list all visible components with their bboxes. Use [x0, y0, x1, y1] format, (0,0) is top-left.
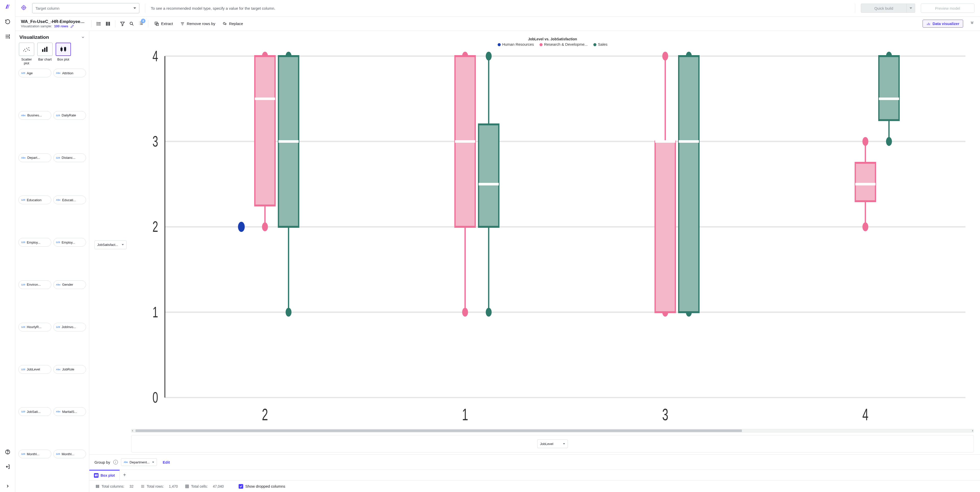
svg-text:0: 0	[153, 389, 158, 406]
svg-point-40	[24, 49, 25, 50]
column-pill[interactable]: AbcDepart...	[18, 153, 51, 162]
dataset-name: WA_Fn-UseC_-HR-Employee-Attrition...	[21, 19, 85, 24]
column-pill[interactable]: AbcMaritalS...	[53, 407, 86, 416]
svg-point-101	[486, 52, 492, 61]
svg-text:4: 4	[153, 48, 158, 64]
rows-stat-icon	[141, 484, 145, 489]
column-pill[interactable]: AbcJobRole	[53, 365, 86, 374]
columns-stat-icon	[95, 484, 100, 489]
svg-point-96	[286, 308, 291, 317]
svg-point-83	[662, 52, 668, 61]
svg-point-9	[23, 7, 24, 8]
legend-item[interactable]: Human Resources	[498, 42, 534, 46]
layers-icon[interactable]	[5, 34, 11, 39]
column-pill[interactable]: 123Environ...	[18, 280, 51, 289]
group-by-row: Group by i Abc Department... Edit	[89, 454, 980, 470]
top-bar: Target column To see a recommended model…	[15, 0, 980, 17]
column-pill[interactable]: 123JobLevel	[18, 365, 51, 374]
logo-icon[interactable]	[5, 3, 11, 10]
chart-h-scrollbar[interactable]	[131, 429, 974, 433]
legend-item[interactable]: Research & Developme...	[539, 42, 588, 46]
column-pill[interactable]: 123Employ...	[18, 238, 51, 247]
svg-text:2: 2	[153, 218, 158, 235]
svg-line-25	[132, 24, 134, 25]
svg-rect-47	[44, 48, 45, 52]
column-pill[interactable]: AbcGender	[53, 280, 86, 289]
replace-button[interactable]: Replace	[221, 21, 245, 26]
columns-list[interactable]: 123AgeAbcAttritionAbcBusines...123DailyR…	[15, 68, 89, 492]
extract-button[interactable]: Extract	[153, 21, 175, 26]
svg-rect-109	[679, 56, 699, 312]
edit-link[interactable]: Edit	[162, 460, 170, 465]
left-nav-rail	[0, 0, 15, 492]
column-pill[interactable]: 123Education	[18, 196, 51, 204]
svg-rect-118	[95, 475, 96, 476]
column-pill[interactable]: 123Employ...	[53, 238, 86, 247]
y-axis-dropzone[interactable]: JobSatisfact...	[94, 240, 127, 249]
column-pill[interactable]: 123HourlyR...	[18, 323, 51, 331]
refresh-icon[interactable]	[5, 19, 11, 24]
tab-box-plot[interactable]: Box plot	[89, 470, 120, 480]
column-pill[interactable]: 123JobInvo...	[53, 323, 86, 331]
logout-icon[interactable]	[5, 464, 11, 470]
svg-rect-22	[109, 22, 110, 25]
group-by-dropzone[interactable]: Abc Department...	[121, 458, 157, 466]
svg-point-34	[223, 22, 225, 24]
target-column-select[interactable]: Target column	[32, 3, 139, 13]
expand-rail-icon[interactable]	[5, 484, 10, 489]
chart-type-bar[interactable]: Bar chart	[37, 43, 52, 65]
box-plot-svg: 012342134	[131, 48, 974, 428]
svg-point-72	[262, 222, 268, 231]
svg-point-3	[9, 35, 10, 35]
grid-view-icon[interactable]	[105, 21, 110, 26]
collapse-panel-icon[interactable]	[81, 35, 85, 39]
column-pill[interactable]: 123Age	[18, 68, 51, 77]
column-pill[interactable]: 123JobSati...	[18, 407, 51, 416]
target-icon	[21, 5, 27, 11]
svg-text:1: 1	[462, 405, 468, 424]
chart-type-box[interactable]: Box plot	[56, 43, 71, 65]
info-icon[interactable]: i	[113, 460, 118, 465]
svg-text:3: 3	[153, 133, 158, 150]
column-pill[interactable]: 123Monthl...	[53, 450, 86, 458]
column-pill[interactable]: 123Distanc...	[53, 153, 86, 162]
quick-build-dropdown[interactable]	[907, 3, 915, 13]
column-pill[interactable]: 123DailyRate	[53, 111, 86, 120]
edit-icon[interactable]	[70, 24, 74, 28]
show-dropped-checkbox[interactable]	[239, 484, 243, 489]
svg-point-41	[25, 51, 26, 52]
legend-item[interactable]: Sales	[593, 42, 608, 46]
search-icon[interactable]	[129, 21, 134, 26]
column-pill[interactable]: AbcAttrition	[53, 68, 86, 77]
chart-type-scatter[interactable]: Scatter plot	[19, 43, 34, 65]
data-visualizer-button[interactable]: Data visualizer	[923, 20, 963, 27]
chart-canvas: JobSatisfact... JobLevel vs. JobSatisfac…	[89, 31, 980, 492]
x-axis-dropzone[interactable]: JobLevel	[537, 439, 568, 448]
expand-toolbar-icon[interactable]	[970, 21, 974, 27]
svg-rect-123	[98, 485, 99, 488]
svg-point-68	[238, 222, 245, 232]
svg-point-90	[862, 222, 868, 231]
column-pill[interactable]: 123Monthl...	[18, 450, 51, 458]
svg-point-42	[27, 48, 27, 49]
preview-model-button[interactable]: Preview model	[921, 3, 974, 13]
svg-text:1: 1	[153, 303, 158, 320]
tabs: Box plot +	[89, 470, 980, 480]
svg-rect-103	[479, 124, 499, 227]
list-view-icon[interactable]	[96, 21, 101, 26]
column-pill[interactable]: AbcBusines...	[18, 111, 51, 120]
quick-build-button[interactable]: Quick build	[861, 3, 907, 13]
filter-icon[interactable]	[120, 21, 125, 26]
svg-point-44	[29, 48, 29, 48]
svg-point-4	[9, 38, 10, 38]
column-pill[interactable]: AbcEducati...	[53, 196, 86, 204]
svg-point-19	[97, 25, 97, 25]
chevron-down-icon	[122, 244, 124, 245]
svg-point-39	[24, 51, 24, 51]
cells-stat-icon	[185, 484, 189, 489]
status-bar: Total columns: 32 Total rows: 1,470 Tota…	[89, 480, 980, 492]
add-tab-button[interactable]: +	[120, 472, 129, 478]
toolbar: WA_Fn-UseC_-HR-Employee-Attrition... Vis…	[15, 17, 980, 31]
remove-rows-button[interactable]: Remove rows by	[179, 21, 217, 26]
help-icon[interactable]	[5, 449, 11, 455]
